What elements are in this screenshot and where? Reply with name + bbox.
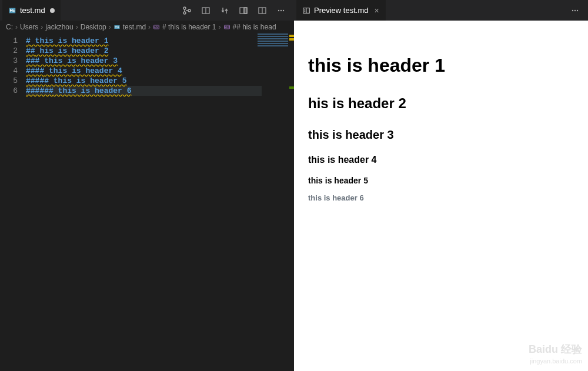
- markdown-icon: [8, 6, 16, 15]
- svg-point-0: [183, 7, 186, 9]
- minimap[interactable]: [258, 34, 288, 371]
- breadcrumb-item: Desktop: [81, 23, 106, 31]
- line-number: 3: [0, 56, 18, 66]
- more-actions-icon[interactable]: [275, 5, 287, 16]
- code-line: #### this is header 4: [26, 66, 294, 76]
- symbol-string-icon: abc: [223, 24, 230, 31]
- preview-h6: this is header 6: [308, 193, 574, 202]
- svg-text:abc: abc: [224, 25, 229, 29]
- svg-point-1: [183, 12, 186, 14]
- preview-icon: [302, 6, 310, 15]
- line-number: 1: [0, 36, 18, 46]
- chevron-right-icon: ›: [109, 23, 111, 31]
- compare-changes-icon[interactable]: [219, 5, 230, 16]
- split-editor-icon[interactable]: [256, 5, 268, 16]
- breadcrumb-item: abc # this is header 1: [153, 23, 216, 31]
- chevron-right-icon: ›: [148, 23, 151, 31]
- svg-point-11: [280, 9, 282, 11]
- svg-point-2: [188, 9, 191, 12]
- editor-tab-actions: [181, 5, 292, 16]
- svg-point-20: [574, 9, 576, 11]
- overview-ruler[interactable]: [288, 34, 294, 371]
- chevron-right-icon: ›: [219, 23, 221, 31]
- editor-group: test.md C: › Users: [0, 0, 294, 371]
- preview-tab-label: Preview test.md: [314, 6, 368, 15]
- line-number: 2: [0, 46, 18, 56]
- editor-tab-test-md[interactable]: test.md: [2, 0, 61, 21]
- chevron-right-icon: ›: [76, 23, 78, 31]
- unsaved-dot-icon: [50, 8, 55, 13]
- code-area[interactable]: # this is header 1 ## his is header 2 ##…: [26, 34, 294, 371]
- svg-point-12: [283, 9, 284, 11]
- breadcrumb-item: Users: [20, 23, 38, 31]
- svg-point-21: [577, 9, 578, 11]
- markdown-preview[interactable]: this is header 1 his is header 2 this is…: [294, 21, 588, 371]
- preview-group: Preview test.md × this is header 1 his i…: [294, 0, 588, 371]
- watermark: Baidu 经验 jingyan.baidu.com: [529, 343, 582, 365]
- code-line: ##### this is header 5: [26, 76, 294, 86]
- close-icon[interactable]: ×: [372, 6, 381, 15]
- preview-h5: this is header 5: [308, 176, 574, 185]
- editor-tab-bar: test.md: [0, 0, 294, 21]
- preview-tab[interactable]: Preview test.md ×: [296, 0, 386, 21]
- preview-tab-actions: [569, 5, 586, 16]
- tab-label: test.md: [20, 6, 45, 15]
- code-line: ## his is header 2: [26, 46, 294, 56]
- breadcrumb-item: abc ## his is head: [223, 23, 276, 31]
- line-number: 5: [0, 76, 18, 86]
- preview-h1: this is header 1: [308, 55, 574, 76]
- svg-point-10: [278, 9, 279, 11]
- split-editor-right-icon[interactable]: [238, 5, 249, 16]
- breadcrumb-item: test.md: [113, 23, 146, 31]
- preview-h2: his is header 2: [308, 95, 574, 112]
- svg-text:abc: abc: [154, 25, 159, 29]
- code-line: ### this is header 3: [26, 56, 294, 66]
- line-number: 4: [0, 66, 18, 76]
- chevron-right-icon: ›: [15, 23, 18, 31]
- breadcrumb-item: jackzhou: [45, 23, 73, 31]
- preview-h3: this is header 3: [308, 128, 574, 142]
- markdown-icon: [113, 24, 121, 31]
- code-line: # this is header 1: [26, 36, 294, 46]
- line-number: 6: [0, 86, 18, 96]
- preview-tab-bar: Preview test.md ×: [294, 0, 588, 21]
- line-number-gutter: 1 2 3 4 5 6: [0, 34, 26, 371]
- preview-h4: this is header 4: [308, 155, 574, 165]
- breadcrumb[interactable]: C: › Users › jackzhou › Desktop › test.m…: [0, 21, 294, 34]
- breadcrumb-item: C:: [6, 23, 13, 31]
- source-control-icon[interactable]: [181, 5, 193, 16]
- svg-rect-7: [244, 8, 247, 14]
- code-line: ###### this is header 6: [26, 86, 262, 96]
- open-preview-icon[interactable]: [200, 5, 212, 16]
- svg-point-19: [572, 9, 573, 11]
- chevron-right-icon: ›: [41, 23, 43, 31]
- symbol-string-icon: abc: [153, 24, 160, 31]
- editor-body[interactable]: 1 2 3 4 5 6 # this is header 1 ## his is…: [0, 34, 294, 371]
- more-actions-icon[interactable]: [569, 5, 581, 16]
